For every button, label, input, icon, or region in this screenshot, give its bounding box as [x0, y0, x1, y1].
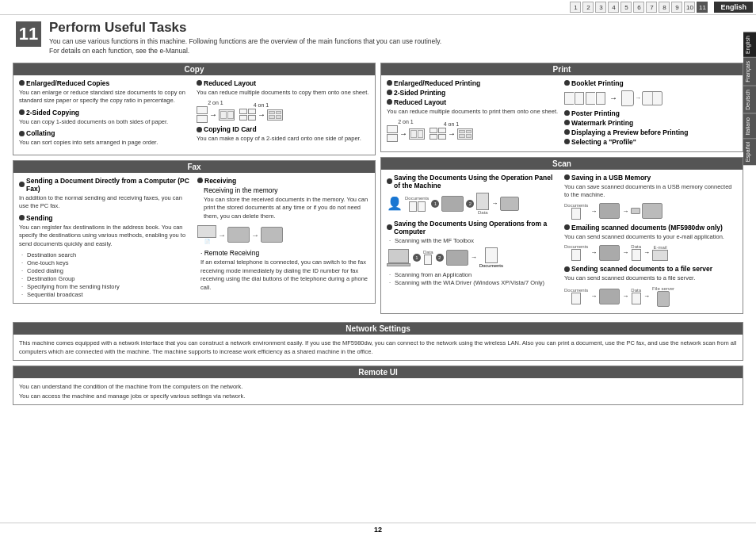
bullet-icon [564, 110, 570, 116]
enlarged-copies-desc: You can enlarge or reduce standard size … [19, 89, 192, 105]
scan-right-col: Saving in a USB Memory You can save scan… [564, 174, 737, 309]
page-5[interactable]: 5 [620, 2, 632, 13]
step-1: 1 [431, 200, 439, 208]
network-body: This machine comes equipped with a netwo… [13, 335, 743, 361]
copy-body: Enlarged/Reduced Copies You can enlarge … [13, 75, 375, 155]
scan-wia-item: Scanning with the WIA Driver (Windows XP… [387, 279, 559, 286]
page-numbers: 1 2 3 4 5 6 7 8 9 10 11 [570, 2, 708, 13]
print-reduced-layout-desc: You can reduce multiple documents to pri… [387, 108, 559, 117]
bullet-icon [387, 80, 392, 86]
bullet-icon [387, 178, 392, 184]
copy-section: Copy Enlarged/Reduced Copies You can enl… [13, 63, 376, 319]
lang-deutsch[interactable]: Deutsch [743, 86, 756, 113]
step-2: 2 [466, 200, 474, 208]
bullet-icon [564, 174, 570, 180]
booklet-printing-title: Booklet Printing [564, 79, 737, 87]
page-4[interactable]: 4 [608, 2, 619, 13]
header-desc2: For details on each function, see the e-… [49, 47, 441, 56]
bullet-icon [19, 80, 25, 86]
remote-ui-section: Remote UI You can understand the conditi… [13, 366, 743, 405]
remote-ui-desc2: You can access the machine and manage jo… [19, 392, 737, 400]
scan-panel-diagram: 👤 Documents 1 2 [387, 193, 559, 215]
right-main-col: Print Enlarged/Reduced Printing 2-Sided … [380, 63, 743, 319]
file-server-diagram: Documents → → Data → File server [564, 286, 737, 307]
list-item: Scanning with the MF Toolbox [387, 237, 559, 244]
doc-label: Documents [405, 196, 429, 201]
bullet-icon [387, 224, 392, 230]
bullet-icon [19, 131, 25, 136]
page-10[interactable]: 10 [684, 2, 695, 13]
scan-app-item: Scanning from an Application [387, 271, 559, 278]
preview-printing-title: Displaying a Preview before Printing [564, 128, 737, 136]
lang-italiano[interactable]: Italiano [743, 113, 756, 139]
file-server-scan-title: Sending scanned documents to a file serv… [564, 265, 737, 273]
copy-title: Copy [13, 63, 375, 75]
receiving-memory-label: Receiving in the memory [204, 186, 369, 194]
fax-title: Fax [13, 161, 375, 173]
print-body: Enlarged/Reduced Printing 2-Sided Printi… [381, 75, 743, 151]
header-section: 11 Perform Useful Tasks You can use vari… [0, 15, 756, 59]
page-9[interactable]: 9 [671, 2, 682, 13]
copy-box: Copy Enlarged/Reduced Copies You can enl… [13, 63, 376, 155]
page-1[interactable]: 1 [570, 2, 581, 13]
bullet-icon [564, 129, 570, 135]
page-8[interactable]: 8 [659, 2, 670, 13]
usb-scan-diagram: Documents → → [564, 203, 737, 220]
saving-usb-desc: You can save scanned documents in a USB … [564, 183, 737, 200]
list-item: Destination search [19, 251, 191, 258]
fax-right-col: Receiving Receiving in the memory You ca… [197, 177, 369, 300]
copy-id-card-desc: You can make a copy of a 2-sided card on… [197, 135, 369, 144]
reduced-layout-title: Reduced Layout [197, 79, 369, 87]
page-6[interactable]: 6 [633, 2, 644, 13]
email-scan-title: Emailing scanned documents (MF5980dw onl… [564, 224, 737, 232]
bullet-icon [19, 109, 25, 115]
fax-sending-desc: You can register fax destinations in the… [19, 224, 191, 249]
bullet-icon [197, 127, 202, 132]
print-section: Print Enlarged/Reduced Printing 2-Sided … [380, 63, 743, 152]
fax-diagram: 📄 → → [197, 225, 369, 244]
page-3[interactable]: 3 [595, 2, 606, 13]
receiving-memory-desc: You can store the received documents in … [204, 196, 369, 221]
print-layout-diagram: 2 on 1 → [387, 119, 559, 142]
network-title: Network Settings [13, 323, 743, 335]
bullet-icon [197, 80, 202, 86]
copy-right-col: Reduced Layout You can reduce multiple d… [197, 79, 369, 151]
list-item: Destination Group [19, 275, 191, 282]
bullet-icon [387, 90, 392, 95]
network-section: Network Settings This machine comes equi… [13, 322, 743, 362]
bullet-icon [19, 182, 25, 187]
collating-title: Collating [19, 129, 192, 137]
email-scan-desc: You can send scanned documents to your e… [564, 233, 737, 242]
collating-desc: You can sort copies into sets arranged i… [19, 139, 192, 147]
poster-printing-title: Poster Printing [564, 109, 737, 117]
language-badge: English [714, 2, 753, 13]
list-item: Coded dialing [19, 267, 191, 274]
remote-ui-body: You can understand the condition of the … [13, 378, 743, 404]
lang-francais[interactable]: Français [743, 57, 756, 86]
page-title: Perform Useful Tasks [49, 20, 441, 36]
email-scan-diagram: Documents → → Data → E-mail [564, 244, 737, 261]
enlarged-copies-title: Enlarged/Reduced Copies [19, 79, 192, 87]
lang-english[interactable]: English [743, 32, 756, 57]
remote-receiving-desc: If an external telephone is connected, y… [200, 258, 369, 292]
scan-left-col: Saving the Documents Using the Operation… [387, 174, 559, 309]
step-2b: 2 [436, 254, 444, 262]
page-7[interactable]: 7 [646, 2, 657, 13]
layout-4on1: 4 on 1 → [239, 102, 283, 121]
bullet-icon [564, 120, 570, 125]
file-server-scan-desc: You can send scanned documents to a file… [564, 274, 737, 283]
saving-usb-title: Saving in a USB Memory [564, 174, 737, 182]
print-reduced-layout-title: Reduced Layout [387, 98, 559, 106]
copy-id-card-title: Copying ID Card [197, 125, 369, 133]
lang-espanol[interactable]: Español [743, 138, 756, 165]
page-2[interactable]: 2 [582, 2, 594, 13]
side-language-tabs: English Français Deutsch Italiano Españo… [743, 32, 756, 165]
booklet-diagram: → → [564, 90, 737, 106]
page-11[interactable]: 11 [697, 2, 708, 13]
remote-receiving-label: · Remote Receiving [200, 249, 369, 257]
layout-2on1: 2 on 1 → [197, 100, 235, 123]
bullet-icon [564, 139, 570, 144]
print-left-col: Enlarged/Reduced Printing 2-Sided Printi… [387, 79, 559, 147]
two-sided-copy-desc: You can copy 1-sided documents on both s… [19, 118, 192, 127]
watermark-printing-title: Watermark Printing [564, 119, 737, 127]
